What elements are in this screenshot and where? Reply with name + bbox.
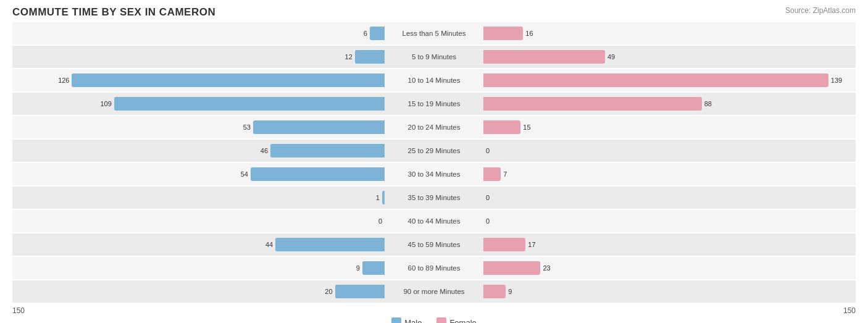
- val-male: 126: [58, 77, 69, 84]
- bar-male: [270, 144, 385, 157]
- chart-container: COMMUTE TIME BY SEX IN CAMERON Source: Z…: [0, 0, 868, 323]
- chart-row: 30 to 34 Minutes547: [12, 163, 856, 185]
- val-male: 1: [376, 194, 380, 201]
- bar-female: [483, 120, 520, 134]
- bar-male: [253, 120, 385, 134]
- val-female: 9: [508, 288, 512, 295]
- axis-left: 150: [12, 306, 25, 315]
- val-female: 49: [607, 53, 615, 61]
- bar-female: [483, 97, 702, 111]
- axis-labels: 150 150: [12, 306, 856, 315]
- row-label: 90 or more Minutes: [385, 288, 483, 295]
- val-male: 44: [265, 241, 273, 248]
- legend-male-box: [391, 317, 401, 323]
- bar-female: [483, 27, 523, 40]
- chart-row: Less than 5 Minutes616: [12, 22, 856, 44]
- chart-row: 5 to 9 Minutes1249: [12, 46, 856, 68]
- bar-female: [483, 261, 540, 275]
- chart-row: 10 to 14 Minutes126139: [12, 69, 856, 91]
- source-text: Source: ZipAtlas.com: [785, 6, 856, 15]
- val-male: 46: [261, 147, 268, 154]
- bar-female: [483, 73, 828, 87]
- chart-title: COMMUTE TIME BY SEX IN CAMERON: [12, 6, 856, 19]
- axis-right: 150: [843, 306, 856, 315]
- legend-male-label: Male: [404, 318, 422, 324]
- val-female: 0: [486, 147, 490, 154]
- val-male: 53: [243, 124, 251, 131]
- val-male: 6: [364, 30, 367, 37]
- legend-female-box: [436, 317, 446, 323]
- val-female: 0: [486, 194, 490, 201]
- row-label: 40 to 44 Minutes: [385, 217, 483, 225]
- bar-female: [483, 285, 506, 298]
- bar-male: [275, 238, 385, 251]
- val-male: 0: [378, 217, 382, 225]
- bars-area: Less than 5 Minutes6165 to 9 Minutes1249…: [12, 22, 856, 303]
- bar-male: [355, 50, 385, 64]
- row-label: Less than 5 Minutes: [385, 30, 483, 37]
- val-female: 7: [503, 170, 507, 178]
- val-male: 12: [345, 53, 353, 61]
- bar-male: [114, 97, 385, 111]
- row-label: 5 to 9 Minutes: [385, 53, 483, 61]
- row-label: 60 to 89 Minutes: [385, 264, 483, 272]
- row-label: 35 to 39 Minutes: [385, 194, 483, 201]
- val-female: 139: [831, 77, 842, 84]
- chart-row: 35 to 39 Minutes10: [12, 187, 856, 209]
- row-label: 25 to 29 Minutes: [385, 147, 483, 154]
- val-female: 16: [525, 30, 533, 37]
- chart-row: 20 to 24 Minutes5315: [12, 116, 856, 138]
- val-female: 17: [528, 241, 535, 248]
- row-label: 20 to 24 Minutes: [385, 124, 483, 131]
- chart-row: 45 to 59 Minutes4417: [12, 233, 856, 256]
- chart-row: 25 to 29 Minutes460: [12, 140, 856, 162]
- bar-female: [483, 50, 605, 64]
- legend-female-label: Female: [449, 318, 476, 324]
- chart-row: 60 to 89 Minutes923: [12, 257, 856, 279]
- bar-male: [72, 73, 385, 87]
- bar-male: [362, 261, 385, 275]
- val-male: 109: [100, 100, 111, 107]
- val-female: 88: [704, 100, 712, 107]
- val-female: 23: [543, 264, 550, 272]
- val-female: 0: [486, 217, 490, 225]
- legend: Male Female: [12, 317, 856, 323]
- chart-row: 90 or more Minutes209: [12, 280, 856, 303]
- val-male: 9: [356, 264, 360, 272]
- val-male: 54: [241, 170, 248, 178]
- row-label: 45 to 59 Minutes: [385, 241, 483, 248]
- bar-male: [251, 167, 385, 181]
- val-male: 20: [325, 288, 332, 295]
- row-label: 10 to 14 Minutes: [385, 77, 483, 84]
- val-female: 15: [523, 124, 530, 131]
- legend-male: Male: [391, 317, 422, 323]
- bar-male: [335, 285, 385, 298]
- legend-female: Female: [436, 317, 476, 323]
- chart-row: 40 to 44 Minutes00: [12, 210, 856, 232]
- bar-female: [483, 238, 525, 251]
- bar-male: [370, 27, 385, 40]
- bar-female: [483, 167, 501, 181]
- row-label: 15 to 19 Minutes: [385, 100, 483, 107]
- row-label: 30 to 34 Minutes: [385, 170, 483, 178]
- chart-row: 15 to 19 Minutes10988: [12, 93, 856, 115]
